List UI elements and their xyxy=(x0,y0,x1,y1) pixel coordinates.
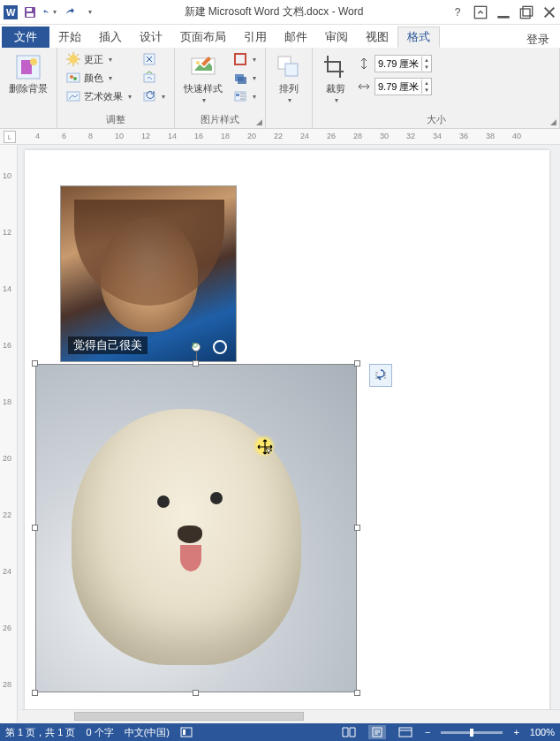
login-link[interactable]: 登录 xyxy=(526,32,560,48)
size-launcher-icon[interactable]: ◢ xyxy=(550,117,556,126)
web-layout-icon[interactable] xyxy=(397,725,414,739)
horizontal-scrollbar[interactable] xyxy=(21,709,560,723)
resize-handle-t[interactable] xyxy=(193,360,199,367)
zoom-out-icon[interactable]: − xyxy=(425,727,430,737)
svg-rect-30 xyxy=(183,730,185,735)
styles-group-label: 图片样式 xyxy=(201,114,239,125)
width-spinner[interactable]: ▲▼ xyxy=(375,78,432,95)
zoom-in-icon[interactable]: + xyxy=(513,727,518,737)
tab-view[interactable]: 视图 xyxy=(357,26,397,48)
size-group-label: 大小 xyxy=(427,114,446,125)
document-image-2[interactable] xyxy=(35,364,357,692)
svg-point-14 xyxy=(70,75,73,79)
scrollbar-thumb[interactable] xyxy=(74,712,304,721)
remove-bg-label: 删除背景 xyxy=(9,83,48,95)
resize-handle-r[interactable] xyxy=(354,525,360,531)
height-up[interactable]: ▲ xyxy=(422,57,431,64)
height-input[interactable] xyxy=(375,58,421,69)
svg-rect-7 xyxy=(520,9,530,19)
effects-label: 艺术效果 xyxy=(84,90,123,103)
ruler-tick: 16 xyxy=(194,132,203,140)
read-mode-icon[interactable] xyxy=(340,725,358,739)
redo-icon[interactable] xyxy=(62,5,76,19)
height-icon xyxy=(357,57,371,71)
corrections-label: 更正 xyxy=(84,53,103,66)
zoom-thumb[interactable] xyxy=(470,729,473,737)
width-down[interactable]: ▼ xyxy=(422,87,431,94)
svg-rect-22 xyxy=(235,54,246,64)
minimize-icon[interactable] xyxy=(496,5,511,19)
artistic-effects-button[interactable]: 艺术效果▾ xyxy=(63,88,135,104)
word-count[interactable]: 0 个字 xyxy=(86,726,113,739)
arrange-button[interactable]: 排列 ▾ xyxy=(271,51,306,106)
tab-page-layout[interactable]: 页面布局 xyxy=(171,26,235,48)
tab-selector[interactable]: L xyxy=(4,131,16,143)
svg-rect-13 xyxy=(67,73,79,82)
document-image-1[interactable]: 觉得自己很美 xyxy=(60,185,237,362)
tab-home[interactable]: 开始 xyxy=(49,26,90,48)
resize-handle-bl[interactable] xyxy=(32,690,38,696)
svg-rect-4 xyxy=(26,13,34,17)
horizontal-ruler[interactable]: L 46810121416182022242628303234363840 xyxy=(0,129,560,145)
document-area: 10121416182022242628 觉得自己很美 xyxy=(0,145,560,723)
undo-icon[interactable]: ▾ xyxy=(42,5,57,19)
picture-layout-button[interactable]: ▾ xyxy=(230,88,260,104)
rotate-handle[interactable] xyxy=(192,343,201,352)
ruler-vtick: 20 xyxy=(3,454,11,463)
remove-background-button[interactable]: 删除背景 xyxy=(5,51,51,96)
close-icon[interactable] xyxy=(542,5,556,19)
word-app-icon[interactable]: W xyxy=(4,5,18,19)
reset-picture-button[interactable]: ▾ xyxy=(139,88,169,104)
arrange-label: 排列 xyxy=(279,83,299,95)
window-title: 新建 Microsoft Word 文档.docx - Word xyxy=(97,4,450,19)
language-indicator[interactable]: 中文(中国) xyxy=(125,726,170,739)
crop-button[interactable]: 裁剪 ▾ xyxy=(318,51,353,106)
ribbon: 删除背景 更正▾ 颜色▾ 艺术效果▾ ▾ 调整 快速样式 ▾ xyxy=(0,48,560,129)
tab-file[interactable]: 文件 xyxy=(2,26,49,48)
selected-image-wrapper xyxy=(35,364,357,692)
zoom-level[interactable]: 100% xyxy=(530,727,555,737)
resize-handle-br[interactable] xyxy=(354,690,360,696)
styles-launcher-icon[interactable]: ◢ xyxy=(256,117,262,126)
width-up[interactable]: ▲ xyxy=(422,79,431,87)
ribbon-display-icon[interactable] xyxy=(473,5,488,19)
insert-mode-icon[interactable] xyxy=(180,727,193,737)
layout-options-button[interactable] xyxy=(369,364,392,387)
ruler-tick: 20 xyxy=(247,132,256,140)
tab-references[interactable]: 引用 xyxy=(235,26,276,48)
vertical-ruler[interactable]: 10121416182022242628 xyxy=(0,145,18,723)
tab-insert[interactable]: 插入 xyxy=(90,26,131,48)
svg-point-21 xyxy=(196,61,200,64)
height-spinner[interactable]: ▲▼ xyxy=(375,55,432,72)
svg-rect-8 xyxy=(523,6,533,16)
ruler-vtick: 10 xyxy=(3,171,11,180)
tab-review[interactable]: 审阅 xyxy=(316,26,357,48)
page-indicator[interactable]: 第 1 页，共 1 页 xyxy=(5,726,75,739)
resize-handle-b[interactable] xyxy=(193,690,199,696)
ruler-tick: 38 xyxy=(486,132,495,140)
width-input[interactable] xyxy=(375,81,421,92)
print-layout-icon[interactable] xyxy=(368,725,386,739)
tab-mail[interactable]: 邮件 xyxy=(276,26,316,48)
help-icon[interactable]: ? xyxy=(450,5,465,19)
qat-customize-icon[interactable]: ▾ xyxy=(83,5,97,19)
zoom-slider[interactable] xyxy=(441,731,503,734)
height-down[interactable]: ▼ xyxy=(422,64,431,71)
restore-icon[interactable] xyxy=(519,5,534,19)
compress-picture-button[interactable] xyxy=(139,51,169,67)
save-icon[interactable] xyxy=(23,5,37,19)
resize-handle-tr[interactable] xyxy=(354,360,360,367)
ruler-tick: 24 xyxy=(300,132,309,140)
tab-design[interactable]: 设计 xyxy=(131,26,171,48)
ruler-vtick: 12 xyxy=(3,228,11,237)
picture-effects-button[interactable]: ▾ xyxy=(230,70,260,86)
color-button[interactable]: 颜色▾ xyxy=(63,70,135,86)
change-picture-button[interactable] xyxy=(139,70,169,86)
corrections-button[interactable]: 更正▾ xyxy=(63,51,135,67)
quick-styles-button[interactable]: 快速样式 ▾ xyxy=(180,51,226,106)
resize-handle-tl[interactable] xyxy=(32,360,38,367)
page[interactable]: 觉得自己很美 xyxy=(25,150,549,715)
resize-handle-l[interactable] xyxy=(32,525,38,531)
picture-border-button[interactable]: ▾ xyxy=(230,51,260,67)
tab-format[interactable]: 格式 xyxy=(397,26,440,48)
